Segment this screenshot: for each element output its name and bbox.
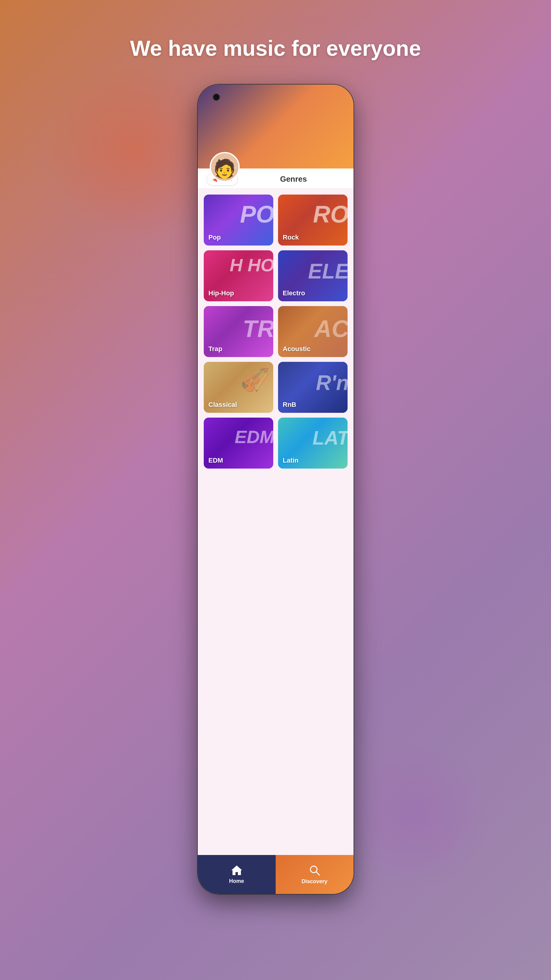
genre-card-acoustic[interactable]: Acoustic — [278, 306, 348, 357]
tab-home[interactable]: Home — [198, 855, 276, 894]
avatar-emoji: 🧑 — [213, 158, 236, 179]
genre-label-rock: Rock — [283, 234, 299, 241]
genre-label-latin: Latin — [283, 457, 299, 465]
phone-screen: 🧑 ◀ Back Genres Pop Rock — [198, 84, 354, 894]
genre-label-electro: Electro — [283, 289, 305, 297]
camera-hole — [213, 94, 220, 101]
genre-card-pop[interactable]: Pop — [204, 194, 273, 245]
genre-label-classical: Classical — [208, 401, 237, 409]
avatar: 🧑 — [210, 152, 240, 182]
tab-bar: Home Discovery — [198, 855, 354, 894]
search-icon — [309, 865, 320, 876]
genre-label-acoustic: Acoustic — [283, 345, 311, 353]
genre-card-electro[interactable]: Electro — [278, 250, 348, 301]
genre-card-classical[interactable]: 🎻 Classical — [204, 362, 273, 413]
genres-grid: Pop Rock Hip-Hop Electro — [204, 194, 348, 469]
phone-frame: 🧑 ◀ Back Genres Pop Rock — [198, 84, 354, 894]
genre-label-hiphop: Hip-Hop — [208, 289, 234, 297]
genre-card-edm[interactable]: EDM — [204, 418, 273, 469]
header-gradient: 🧑 — [198, 84, 354, 169]
genre-card-latin[interactable]: Latin — [278, 418, 348, 469]
svg-line-1 — [316, 872, 319, 875]
genre-card-rock[interactable]: Rock — [278, 194, 348, 245]
genre-card-trap[interactable]: Trap — [204, 306, 273, 357]
home-icon — [231, 865, 243, 876]
tab-home-label: Home — [229, 878, 244, 885]
genres-container[interactable]: Pop Rock Hip-Hop Electro — [198, 189, 354, 855]
genre-label-pop: Pop — [208, 234, 221, 241]
nav-title: Genres — [280, 175, 307, 184]
classical-decoration-icon: 🎻 — [240, 365, 270, 393]
genre-card-hiphop[interactable]: Hip-Hop — [204, 250, 273, 301]
genre-label-edm: EDM — [208, 457, 223, 465]
genre-label-trap: Trap — [208, 345, 222, 353]
genre-label-rnb: RnB — [283, 401, 296, 409]
page-title: We have music for everyone — [130, 36, 421, 60]
tab-discovery[interactable]: Discovery — [276, 855, 354, 894]
genre-card-rnb[interactable]: RnB — [278, 362, 348, 413]
tab-discovery-label: Discovery — [302, 878, 327, 885]
